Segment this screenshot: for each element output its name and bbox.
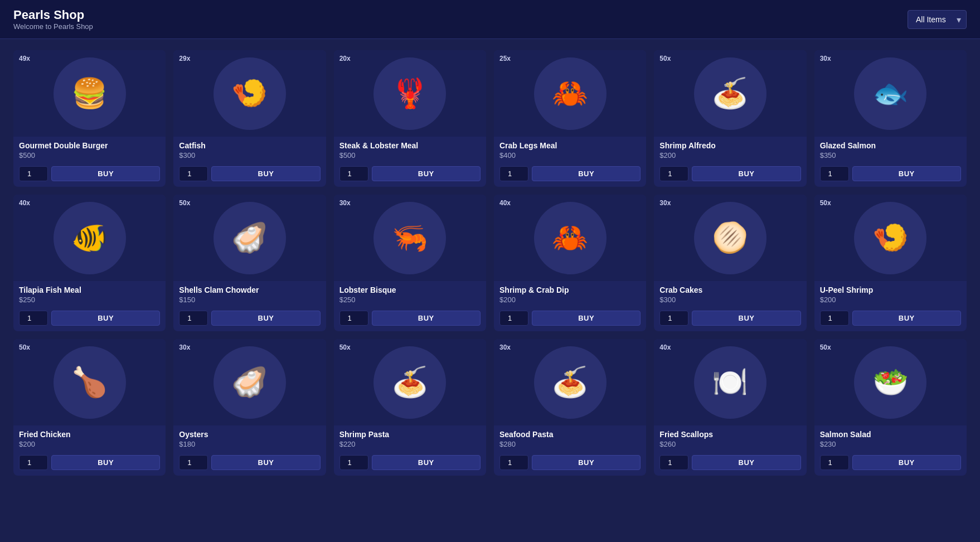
item-quantity-badge: 30x [820, 55, 831, 62]
item-food-image: 🍗 [54, 346, 126, 419]
item-name: Oysters [179, 430, 320, 439]
buy-button[interactable]: BUY [211, 311, 320, 326]
item-quantity-badge: 25x [499, 55, 511, 62]
item-buy-row: BUY [173, 311, 326, 326]
item-info: U-Peel Shrimp $200 [814, 281, 967, 311]
item-name: Shrimp Alfredo [659, 141, 801, 150]
buy-button[interactable]: BUY [532, 311, 641, 326]
item-image-area: 25x 🦀 [494, 50, 646, 137]
item-image-area: 40x 🐠 [13, 195, 166, 281]
item-quantity-badge: 49x [19, 55, 30, 62]
quantity-input[interactable] [179, 455, 208, 470]
item-card: 50x 🍝 Shrimp Alfredo $200 BUY [654, 50, 806, 187]
item-name: Catfish [179, 141, 320, 150]
item-image-area: 50x 🦪 [173, 195, 326, 281]
item-buy-row: BUY [334, 166, 486, 181]
app-subtitle: Welcome to Pearls Shop [13, 22, 93, 31]
buy-button[interactable]: BUY [372, 166, 481, 181]
quantity-input[interactable] [659, 166, 688, 181]
item-price: $180 [179, 440, 320, 448]
item-buy-row: BUY [654, 166, 806, 181]
quantity-input[interactable] [339, 455, 368, 470]
item-image-area: 20x 🦞 [334, 50, 486, 137]
item-info: Seafood Pasta $280 [494, 425, 646, 455]
quantity-input[interactable] [19, 166, 48, 181]
item-info: Steak & Lobster Meal $500 [334, 137, 486, 166]
item-price: $300 [179, 151, 320, 159]
item-image-area: 30x 🐟 [814, 50, 967, 137]
buy-button[interactable]: BUY [532, 166, 641, 181]
quantity-input[interactable] [659, 455, 688, 470]
buy-button[interactable]: BUY [372, 455, 481, 470]
item-info: Gourmet Double Burger $500 [13, 137, 166, 166]
quantity-input[interactable] [339, 311, 368, 326]
item-price: $230 [820, 440, 961, 448]
item-price: $250 [339, 296, 481, 304]
buy-button[interactable]: BUY [692, 311, 801, 326]
item-name: Crab Cakes [659, 285, 801, 294]
item-card: 49x 🍔 Gourmet Double Burger $500 BUY [13, 50, 166, 187]
item-image-area: 50x 🍝 [654, 50, 806, 137]
buy-button[interactable]: BUY [211, 455, 320, 470]
item-price: $220 [339, 440, 481, 448]
item-card: 30x 🦐 Lobster Bisque $250 BUY [334, 195, 486, 331]
item-card: 50x 🍗 Fried Chicken $200 BUY [13, 339, 166, 476]
item-buy-row: BUY [814, 311, 967, 326]
buy-button[interactable]: BUY [372, 311, 481, 326]
item-food-image: 🍝 [534, 346, 607, 419]
buy-button[interactable]: BUY [51, 166, 160, 181]
buy-button[interactable]: BUY [692, 455, 801, 470]
item-name: Fried Scallops [659, 430, 801, 439]
buy-button[interactable]: BUY [211, 166, 320, 181]
item-price: $500 [19, 151, 160, 159]
item-buy-row: BUY [814, 166, 967, 181]
filter-dropdown-wrapper[interactable]: All ItemsSeafoodBurgersSoupsSalads [908, 10, 967, 29]
item-price: $250 [19, 296, 160, 304]
item-name: Shrimp & Crab Dip [499, 285, 641, 294]
quantity-input[interactable] [339, 166, 368, 181]
quantity-input[interactable] [19, 455, 48, 470]
item-card: 50x 🍤 U-Peel Shrimp $200 BUY [814, 195, 967, 331]
quantity-input[interactable] [499, 455, 528, 470]
item-food-image: 🍝 [373, 346, 446, 419]
buy-button[interactable]: BUY [692, 166, 801, 181]
quantity-input[interactable] [820, 311, 849, 326]
quantity-input[interactable] [19, 311, 48, 326]
item-price: $200 [19, 440, 160, 448]
item-food-image: 🍤 [214, 57, 286, 130]
item-card: 30x 🦪 Oysters $180 BUY [173, 339, 326, 476]
item-quantity-badge: 30x [499, 343, 511, 351]
buy-button[interactable]: BUY [51, 311, 160, 326]
buy-button[interactable]: BUY [852, 166, 961, 181]
item-price: $350 [820, 151, 961, 159]
quantity-input[interactable] [820, 166, 849, 181]
item-price: $200 [820, 296, 961, 304]
item-info: Tilapia Fish Meal $250 [13, 281, 166, 311]
item-food-image: 🦐 [373, 202, 446, 274]
quantity-input[interactable] [179, 166, 208, 181]
item-buy-row: BUY [334, 455, 486, 470]
buy-button[interactable]: BUY [852, 311, 961, 326]
item-price: $280 [499, 440, 641, 448]
buy-button[interactable]: BUY [51, 455, 160, 470]
item-name: Shells Clam Chowder [179, 285, 320, 294]
quantity-input[interactable] [659, 311, 688, 326]
item-card: 30x 🐟 Glazed Salmon $350 BUY [814, 50, 967, 187]
item-quantity-badge: 50x [179, 199, 190, 207]
filter-dropdown[interactable]: All ItemsSeafoodBurgersSoupsSalads [908, 10, 967, 29]
item-card: 30x 🫓 Crab Cakes $300 BUY [654, 195, 806, 331]
buy-button[interactable]: BUY [532, 455, 641, 470]
item-card: 50x 🍝 Shrimp Pasta $220 BUY [334, 339, 486, 476]
quantity-input[interactable] [820, 455, 849, 470]
quantity-input[interactable] [499, 166, 528, 181]
item-buy-row: BUY [654, 311, 806, 326]
item-food-image: 🦪 [214, 346, 286, 419]
item-quantity-badge: 30x [659, 199, 671, 207]
item-name: Crab Legs Meal [499, 141, 641, 150]
item-food-image: 🫓 [694, 202, 766, 274]
quantity-input[interactable] [499, 311, 528, 326]
item-price: $200 [499, 296, 641, 304]
quantity-input[interactable] [179, 311, 208, 326]
buy-button[interactable]: BUY [852, 455, 961, 470]
item-quantity-badge: 40x [499, 199, 511, 207]
